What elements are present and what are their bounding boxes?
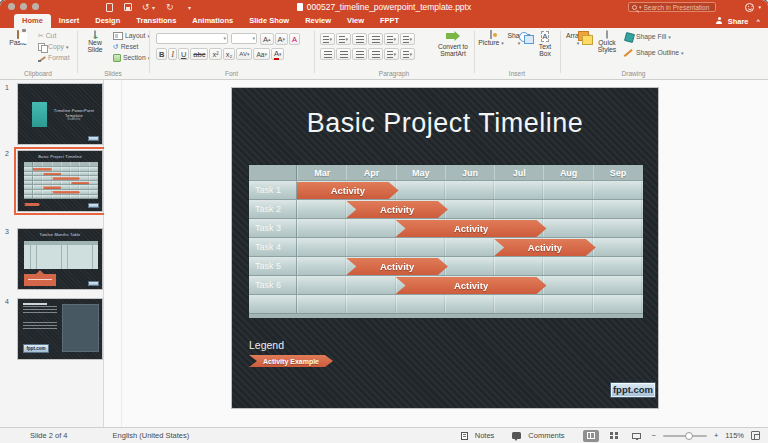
thumbnail-slide-3[interactable]: Twelve Months Table (17, 228, 103, 290)
fppt-logo[interactable]: fppt.com (610, 382, 656, 398)
search-input[interactable] (644, 4, 714, 11)
gantt-activity-bar[interactable] (42, 186, 62, 189)
gantt-activity-bar[interactable] (33, 168, 53, 171)
slide[interactable]: Basic Project Timeline MarAprMayJunJulAu… (232, 88, 658, 408)
align-left-button[interactable] (320, 48, 335, 60)
search-caret-icon: ▾ (639, 4, 642, 10)
gantt-activity-bar[interactable]: Activity (396, 277, 547, 294)
shapes-button[interactable]: Shapes ▾ (506, 31, 532, 47)
gantt-activity-bar[interactable]: Activity (346, 258, 448, 275)
tab-review[interactable]: Review (297, 14, 339, 28)
shape-outline-button[interactable]: Shape Outline▾ (625, 49, 684, 57)
tab-insert[interactable]: Insert (51, 14, 87, 28)
gantt-cell (297, 257, 346, 275)
text-box-button[interactable]: A TextBox (534, 31, 556, 57)
format-painter-button[interactable]: Format (38, 54, 70, 62)
gantt-month-header: Jun (445, 165, 494, 180)
line-spacing-button[interactable]: ▾ (384, 33, 399, 45)
picture-button[interactable]: Picture ▾ (478, 31, 504, 47)
gantt-footer-band (249, 313, 643, 318)
gantt-table[interactable]: MarAprMayJunJulAugSepTask 1ActivityTask … (249, 165, 643, 318)
thumbnail-slide-2[interactable]: Basic Project Timeline (17, 150, 103, 212)
justify-button[interactable] (368, 48, 383, 60)
layout-button[interactable]: Layout▾ (113, 32, 150, 40)
shape-fill-button[interactable]: Shape Fill▾ (625, 33, 671, 41)
feedback-caret-icon[interactable]: ▾ (758, 4, 761, 10)
columns-button[interactable]: ▾ (400, 33, 415, 45)
share-cluster[interactable]: Share ^ (716, 14, 760, 28)
fit-slide-button[interactable] (751, 431, 760, 440)
zoom-percentage[interactable]: 115% (725, 431, 744, 440)
normal-view-button[interactable] (583, 430, 599, 442)
collapse-ribbon-icon[interactable]: ^ (756, 18, 760, 24)
reset-button[interactable]: ↺Reset (113, 43, 138, 51)
zoom-slider[interactable] (663, 435, 707, 437)
quick-styles-button[interactable]: QuickStyles (594, 31, 620, 53)
share-label[interactable]: Share (728, 17, 749, 26)
font-sp-button[interactable]: AV▾ (236, 48, 252, 60)
thumb3-logo (88, 281, 99, 286)
font-name-select[interactable] (156, 33, 228, 44)
text-direction-button[interactable]: ▾ (384, 48, 399, 60)
zoom-slider-thumb[interactable] (685, 432, 693, 440)
gantt-cell (396, 238, 445, 256)
section-button[interactable]: Section▾ (113, 54, 150, 62)
thumbnail-slide-4[interactable]: fppt.com (17, 298, 103, 360)
tab-transitions[interactable]: Transitions (128, 14, 184, 28)
new-slide-button[interactable]: New Slide (80, 31, 110, 53)
language-indicator[interactable]: English (United States) (113, 431, 190, 440)
indent-decrease-button[interactable] (352, 33, 367, 45)
font-b-button[interactable]: B (156, 48, 167, 60)
font-u-button[interactable]: U (178, 48, 189, 60)
gantt-activity-bar[interactable]: Activity (494, 239, 596, 256)
font-color-button[interactable]: A▾ (271, 48, 285, 60)
indent-increase-button[interactable] (368, 33, 383, 45)
font-sup-button[interactable]: x² (209, 48, 221, 60)
align-center-button[interactable] (336, 48, 351, 60)
gantt-activity-bar[interactable]: Activity (396, 220, 547, 237)
gantt-activity-bar[interactable] (70, 182, 90, 185)
paste-button[interactable]: Paste (4, 31, 32, 46)
font-size-select[interactable] (231, 33, 257, 44)
notes-button[interactable]: Notes (475, 431, 495, 440)
bullets-button[interactable]: ▾ (320, 33, 335, 45)
gantt-activity-bar[interactable] (42, 173, 62, 176)
tab-animations[interactable]: Animations (184, 14, 241, 28)
cut-button[interactable]: ✂Cut (38, 32, 56, 40)
zoom-in-button[interactable]: + (714, 431, 718, 440)
slide-title[interactable]: Basic Project Timeline (232, 108, 658, 139)
tab-fppt[interactable]: FPPT (372, 14, 407, 28)
clear-formatting-button[interactable]: A (289, 33, 300, 45)
legend-activity-arrow[interactable]: Activity Example (249, 355, 333, 367)
numbering-button[interactable]: ▾ (336, 33, 351, 45)
copy-button[interactable]: Copy▾ (38, 43, 68, 51)
thumbnail-slide-1[interactable]: Timeline PowerPoint Template Subtitle (17, 83, 103, 145)
shrink-font-button[interactable]: A▾ (275, 33, 289, 45)
tab-slide-show[interactable]: Slide Show (241, 14, 297, 28)
thumb3-table-header (24, 241, 98, 245)
slideshow-view-button[interactable] (629, 430, 645, 442)
gantt-activity-bar[interactable] (52, 191, 81, 194)
legend-title[interactable]: Legend (249, 339, 284, 351)
comments-button[interactable]: Comments (528, 431, 564, 440)
font-s-button[interactable]: abc (190, 48, 208, 60)
font-sub-button[interactable]: x₂ (223, 48, 236, 60)
grow-font-button[interactable]: A▴ (260, 33, 274, 45)
convert-to-smartart-button[interactable]: Convert toSmartArt (433, 31, 473, 57)
align-right-button[interactable] (352, 48, 367, 60)
gantt-task-label: Task 4 (249, 238, 297, 256)
font-case-button[interactable]: Aa▾ (253, 48, 269, 60)
zoom-out-button[interactable]: − (652, 431, 656, 440)
slide-sorter-view-button[interactable] (606, 430, 622, 442)
search-box[interactable]: ▾ (628, 2, 716, 12)
feedback-smiley-icon[interactable] (745, 3, 754, 12)
align-text-button[interactable]: ▾ (400, 48, 415, 60)
tab-design[interactable]: Design (87, 14, 128, 28)
tab-view[interactable]: View (339, 14, 372, 28)
gantt-activity-bar[interactable]: Activity (346, 201, 448, 218)
tab-home[interactable]: Home (14, 14, 51, 28)
font-i-button[interactable]: I (168, 48, 177, 60)
arrange-button[interactable]: Arrange ▾ (564, 31, 592, 47)
gantt-activity-bar[interactable] (52, 177, 81, 180)
gantt-activity-bar[interactable]: Activity (297, 182, 399, 199)
